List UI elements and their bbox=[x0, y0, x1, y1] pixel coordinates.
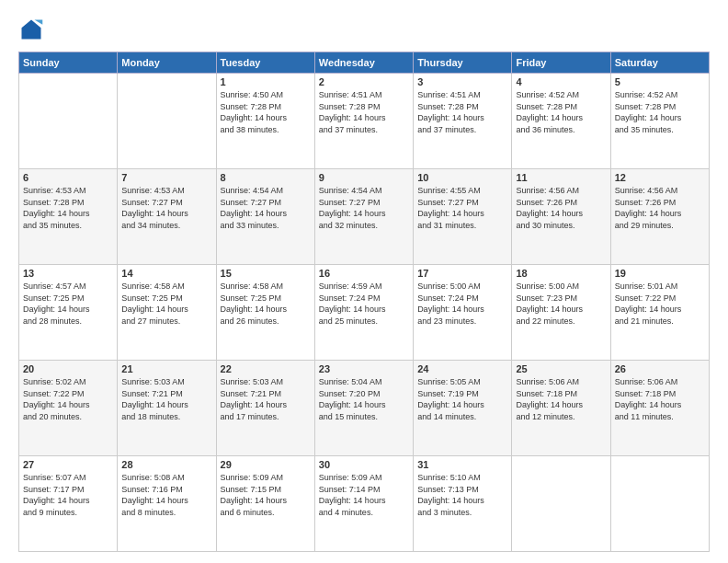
table-row: 3Sunrise: 4:51 AM Sunset: 7:28 PM Daylig… bbox=[414, 74, 512, 169]
day-number: 16 bbox=[319, 268, 409, 279]
table-row: 21Sunrise: 5:03 AM Sunset: 7:21 PM Dayli… bbox=[118, 361, 216, 456]
day-info: Sunrise: 4:59 AM Sunset: 7:24 PM Dayligh… bbox=[319, 281, 409, 327]
day-info: Sunrise: 5:03 AM Sunset: 7:21 PM Dayligh… bbox=[221, 376, 311, 422]
col-wednesday: Wednesday bbox=[314, 52, 413, 74]
calendar-page: Sunday Monday Tuesday Wednesday Thursday… bbox=[0, 0, 728, 563]
calendar-week-row: 1Sunrise: 4:50 AM Sunset: 7:28 PM Daylig… bbox=[19, 74, 710, 169]
day-number: 17 bbox=[417, 268, 507, 279]
table-row bbox=[19, 74, 118, 169]
table-row: 27Sunrise: 5:07 AM Sunset: 7:17 PM Dayli… bbox=[19, 456, 118, 552]
day-number: 25 bbox=[516, 363, 606, 374]
day-number: 28 bbox=[121, 459, 211, 470]
day-number: 4 bbox=[516, 76, 606, 87]
day-number: 9 bbox=[319, 172, 409, 183]
day-number: 23 bbox=[319, 363, 409, 374]
table-row: 22Sunrise: 5:03 AM Sunset: 7:21 PM Dayli… bbox=[216, 361, 314, 456]
logo-icon bbox=[18, 17, 44, 42]
day-info: Sunrise: 4:51 AM Sunset: 7:28 PM Dayligh… bbox=[319, 89, 409, 135]
day-number: 22 bbox=[221, 363, 311, 374]
day-number: 12 bbox=[615, 172, 705, 183]
day-info: Sunrise: 4:53 AM Sunset: 7:28 PM Dayligh… bbox=[23, 185, 113, 231]
day-number: 11 bbox=[516, 172, 606, 183]
table-row: 14Sunrise: 4:58 AM Sunset: 7:25 PM Dayli… bbox=[118, 265, 216, 361]
table-row: 5Sunrise: 4:52 AM Sunset: 7:28 PM Daylig… bbox=[610, 74, 709, 169]
table-row: 15Sunrise: 4:58 AM Sunset: 7:25 PM Dayli… bbox=[216, 265, 314, 361]
header bbox=[18, 17, 710, 42]
day-info: Sunrise: 4:52 AM Sunset: 7:28 PM Dayligh… bbox=[615, 89, 705, 135]
table-row: 24Sunrise: 5:05 AM Sunset: 7:19 PM Dayli… bbox=[414, 361, 512, 456]
table-row: 18Sunrise: 5:00 AM Sunset: 7:23 PM Dayli… bbox=[512, 265, 610, 361]
calendar-week-row: 20Sunrise: 5:02 AM Sunset: 7:22 PM Dayli… bbox=[19, 361, 710, 456]
col-friday: Friday bbox=[512, 52, 610, 74]
day-info: Sunrise: 5:00 AM Sunset: 7:24 PM Dayligh… bbox=[417, 281, 507, 327]
table-row: 19Sunrise: 5:01 AM Sunset: 7:22 PM Dayli… bbox=[610, 265, 709, 361]
day-number: 31 bbox=[417, 459, 507, 470]
day-number: 30 bbox=[319, 459, 409, 470]
day-info: Sunrise: 5:06 AM Sunset: 7:18 PM Dayligh… bbox=[516, 376, 606, 422]
day-number: 7 bbox=[121, 172, 211, 183]
calendar-week-row: 13Sunrise: 4:57 AM Sunset: 7:25 PM Dayli… bbox=[19, 265, 710, 361]
day-number: 21 bbox=[121, 363, 211, 374]
day-number: 24 bbox=[417, 363, 507, 374]
day-number: 6 bbox=[23, 172, 113, 183]
calendar-header-row: Sunday Monday Tuesday Wednesday Thursday… bbox=[19, 52, 710, 74]
day-info: Sunrise: 4:56 AM Sunset: 7:26 PM Dayligh… bbox=[516, 185, 606, 231]
calendar-week-row: 27Sunrise: 5:07 AM Sunset: 7:17 PM Dayli… bbox=[19, 456, 710, 552]
day-number: 14 bbox=[121, 268, 211, 279]
table-row: 30Sunrise: 5:09 AM Sunset: 7:14 PM Dayli… bbox=[314, 456, 413, 552]
day-info: Sunrise: 5:10 AM Sunset: 7:13 PM Dayligh… bbox=[417, 472, 507, 518]
day-number: 15 bbox=[221, 268, 311, 279]
table-row: 23Sunrise: 5:04 AM Sunset: 7:20 PM Dayli… bbox=[314, 361, 413, 456]
day-info: Sunrise: 5:04 AM Sunset: 7:20 PM Dayligh… bbox=[319, 376, 409, 422]
table-row: 1Sunrise: 4:50 AM Sunset: 7:28 PM Daylig… bbox=[216, 74, 314, 169]
day-info: Sunrise: 5:03 AM Sunset: 7:21 PM Dayligh… bbox=[121, 376, 211, 422]
day-number: 1 bbox=[221, 76, 311, 87]
table-row: 2Sunrise: 4:51 AM Sunset: 7:28 PM Daylig… bbox=[314, 74, 413, 169]
day-number: 29 bbox=[221, 459, 311, 470]
table-row: 28Sunrise: 5:08 AM Sunset: 7:16 PM Dayli… bbox=[118, 456, 216, 552]
day-info: Sunrise: 5:08 AM Sunset: 7:16 PM Dayligh… bbox=[121, 472, 211, 518]
day-info: Sunrise: 4:51 AM Sunset: 7:28 PM Dayligh… bbox=[417, 89, 507, 135]
svg-marker-0 bbox=[22, 20, 41, 40]
table-row: 31Sunrise: 5:10 AM Sunset: 7:13 PM Dayli… bbox=[414, 456, 512, 552]
day-number: 26 bbox=[615, 363, 705, 374]
day-info: Sunrise: 5:07 AM Sunset: 7:17 PM Dayligh… bbox=[23, 472, 113, 518]
day-info: Sunrise: 4:54 AM Sunset: 7:27 PM Dayligh… bbox=[221, 185, 311, 231]
table-row: 8Sunrise: 4:54 AM Sunset: 7:27 PM Daylig… bbox=[216, 169, 314, 265]
day-info: Sunrise: 5:02 AM Sunset: 7:22 PM Dayligh… bbox=[23, 376, 113, 422]
day-info: Sunrise: 4:52 AM Sunset: 7:28 PM Dayligh… bbox=[516, 89, 606, 135]
calendar-table: Sunday Monday Tuesday Wednesday Thursday… bbox=[18, 52, 710, 552]
day-info: Sunrise: 4:57 AM Sunset: 7:25 PM Dayligh… bbox=[23, 281, 113, 327]
table-row: 4Sunrise: 4:52 AM Sunset: 7:28 PM Daylig… bbox=[512, 74, 610, 169]
day-info: Sunrise: 5:01 AM Sunset: 7:22 PM Dayligh… bbox=[615, 281, 705, 327]
day-info: Sunrise: 5:00 AM Sunset: 7:23 PM Dayligh… bbox=[516, 281, 606, 327]
day-info: Sunrise: 5:05 AM Sunset: 7:19 PM Dayligh… bbox=[417, 376, 507, 422]
day-number: 3 bbox=[417, 76, 507, 87]
day-number: 19 bbox=[615, 268, 705, 279]
table-row: 20Sunrise: 5:02 AM Sunset: 7:22 PM Dayli… bbox=[19, 361, 118, 456]
day-number: 5 bbox=[615, 76, 705, 87]
day-number: 20 bbox=[23, 363, 113, 374]
day-info: Sunrise: 4:53 AM Sunset: 7:27 PM Dayligh… bbox=[121, 185, 211, 231]
table-row bbox=[610, 456, 709, 552]
col-tuesday: Tuesday bbox=[216, 52, 314, 74]
col-saturday: Saturday bbox=[610, 52, 709, 74]
table-row: 10Sunrise: 4:55 AM Sunset: 7:27 PM Dayli… bbox=[414, 169, 512, 265]
table-row: 26Sunrise: 5:06 AM Sunset: 7:18 PM Dayli… bbox=[610, 361, 709, 456]
day-info: Sunrise: 4:50 AM Sunset: 7:28 PM Dayligh… bbox=[221, 89, 311, 135]
day-number: 2 bbox=[319, 76, 409, 87]
table-row: 25Sunrise: 5:06 AM Sunset: 7:18 PM Dayli… bbox=[512, 361, 610, 456]
day-number: 27 bbox=[23, 459, 113, 470]
table-row: 9Sunrise: 4:54 AM Sunset: 7:27 PM Daylig… bbox=[314, 169, 413, 265]
day-number: 13 bbox=[23, 268, 113, 279]
day-number: 10 bbox=[417, 172, 507, 183]
day-number: 8 bbox=[221, 172, 311, 183]
table-row: 6Sunrise: 4:53 AM Sunset: 7:28 PM Daylig… bbox=[19, 169, 118, 265]
col-sunday: Sunday bbox=[19, 52, 118, 74]
table-row: 16Sunrise: 4:59 AM Sunset: 7:24 PM Dayli… bbox=[314, 265, 413, 361]
table-row: 11Sunrise: 4:56 AM Sunset: 7:26 PM Dayli… bbox=[512, 169, 610, 265]
table-row: 12Sunrise: 4:56 AM Sunset: 7:26 PM Dayli… bbox=[610, 169, 709, 265]
table-row bbox=[512, 456, 610, 552]
day-info: Sunrise: 4:54 AM Sunset: 7:27 PM Dayligh… bbox=[319, 185, 409, 231]
day-number: 18 bbox=[516, 268, 606, 279]
